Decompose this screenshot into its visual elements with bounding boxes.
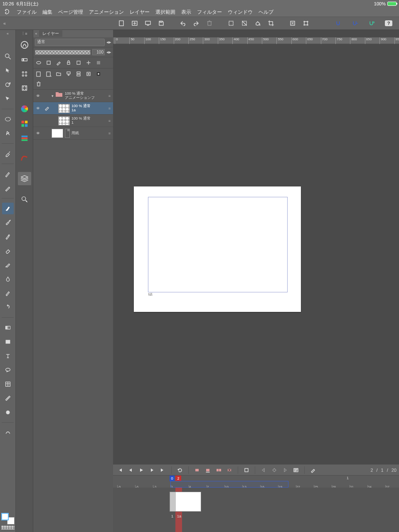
layer-tab[interactable]: レイヤー xyxy=(39,30,62,37)
color-wheel-icon[interactable] xyxy=(18,102,31,115)
tool-property-icon[interactable] xyxy=(18,152,31,164)
merge-down-icon[interactable] xyxy=(75,70,82,78)
playhead-marker[interactable]: 2 xyxy=(175,476,181,481)
snap-ruler-button[interactable] xyxy=(349,18,362,28)
timeline-settings-button[interactable] xyxy=(309,466,317,474)
opacity-slider[interactable] xyxy=(35,50,91,55)
fg-color-swatch[interactable] xyxy=(1,513,9,520)
cel-thumb[interactable] xyxy=(170,492,201,512)
decoration-tool[interactable] xyxy=(2,231,14,243)
next-frame-button[interactable] xyxy=(148,466,156,474)
new-folder-icon[interactable] xyxy=(55,70,62,78)
rotate-tool[interactable] xyxy=(2,79,14,91)
zoom-tool[interactable] xyxy=(2,51,14,62)
transform-button[interactable] xyxy=(301,18,311,28)
liquify-tool[interactable] xyxy=(2,273,14,285)
counter-3[interactable]: 20 xyxy=(392,468,397,473)
new-file-button[interactable] xyxy=(116,18,126,28)
create-mask-icon[interactable] xyxy=(85,70,92,78)
counter-2[interactable]: 1 xyxy=(381,468,384,473)
edit-pen-icon[interactable] xyxy=(42,105,52,112)
draft-layer-icon[interactable] xyxy=(55,59,62,66)
scale-button[interactable] xyxy=(288,18,298,28)
menu-page[interactable]: ページ管理 xyxy=(58,9,83,16)
color-history-icon[interactable] xyxy=(18,132,31,144)
select-all-button[interactable] xyxy=(226,18,236,28)
eraser-tool[interactable] xyxy=(2,245,14,257)
new-vector-layer-icon[interactable] xyxy=(45,70,52,78)
timeline-edit-button[interactable] xyxy=(292,466,300,474)
correct-line-tool[interactable] xyxy=(2,427,14,439)
menu-animation[interactable]: アニメーション xyxy=(89,9,124,16)
apply-mask-icon[interactable] xyxy=(95,70,102,78)
clip-mask-icon[interactable] xyxy=(35,59,42,66)
subtool-1[interactable] xyxy=(18,54,31,66)
fill-button[interactable] xyxy=(253,18,263,28)
transfer-down-icon[interactable] xyxy=(65,70,72,78)
loop-button[interactable] xyxy=(176,466,184,474)
balloon-tool[interactable] xyxy=(2,364,14,376)
keyframe-add-button[interactable] xyxy=(270,466,278,474)
menu-file[interactable]: ファイル xyxy=(17,9,37,16)
marquee-tool[interactable] xyxy=(2,113,14,125)
set-ref-icon[interactable] xyxy=(85,59,92,66)
material-icon[interactable] xyxy=(18,194,31,205)
canvas-area[interactable]: 0501001502002503003504004505005506006507… xyxy=(113,30,399,532)
crop-button[interactable] xyxy=(266,18,276,28)
layer-color-icon[interactable] xyxy=(95,59,102,66)
new-cel-button[interactable] xyxy=(193,466,201,474)
reference-layer-icon[interactable] xyxy=(45,59,52,66)
airbrush-tool[interactable] xyxy=(2,217,14,228)
layer-palette-icon[interactable] xyxy=(18,172,31,185)
delete-cel-button[interactable] xyxy=(225,466,234,474)
play-button[interactable] xyxy=(137,466,145,474)
auto-select-tool[interactable] xyxy=(2,127,14,139)
cel-batch-button[interactable] xyxy=(214,466,223,474)
snap-button[interactable] xyxy=(332,18,345,28)
subtool-3[interactable] xyxy=(18,82,31,94)
eyedropper-tool[interactable] xyxy=(2,148,14,159)
layer-menu-icon[interactable]: ≡ xyxy=(106,119,113,123)
timeline-ruler[interactable]: 0 2 1 -9-6-314710131619222528313437 xyxy=(113,475,399,488)
keyframe-next-button[interactable] xyxy=(281,466,289,474)
gradient-tool[interactable] xyxy=(2,322,14,333)
lock-alpha-icon[interactable] xyxy=(75,59,82,66)
subtool-2[interactable] xyxy=(18,68,31,80)
dot-pen-tool[interactable] xyxy=(2,287,14,299)
operation-tool[interactable] xyxy=(2,93,14,105)
start-marker[interactable]: 0 xyxy=(170,476,175,481)
layer-menu-icon[interactable]: ≡ xyxy=(106,94,113,98)
layer-menu-icon[interactable]: ≡ xyxy=(106,131,113,135)
counter-1[interactable]: 2 xyxy=(370,468,373,473)
brush-tool[interactable] xyxy=(2,203,14,214)
menu-window[interactable]: ウィンドウ xyxy=(228,9,253,16)
ruler-tool[interactable] xyxy=(2,392,14,404)
menu-edit[interactable]: 編集 xyxy=(42,9,52,16)
timeline-track[interactable]: 1 1a xyxy=(113,488,399,532)
save-button[interactable] xyxy=(156,18,166,28)
deselect-button[interactable] xyxy=(239,18,249,28)
go-start-button[interactable] xyxy=(116,466,124,474)
quick-access-icon[interactable] xyxy=(18,38,31,51)
fill-tool[interactable] xyxy=(2,302,14,313)
visibility-icon[interactable]: 👁 xyxy=(33,94,42,98)
collapse-left-icon[interactable]: « xyxy=(0,21,9,26)
screen-button[interactable] xyxy=(143,18,153,28)
new-canvas-button[interactable] xyxy=(130,18,140,28)
help-button[interactable]: ? xyxy=(382,18,395,28)
redo-button[interactable] xyxy=(191,18,201,28)
figure-tool[interactable] xyxy=(2,336,14,348)
go-end-button[interactable] xyxy=(159,466,167,474)
blend-mode-select[interactable]: 通常 xyxy=(35,39,105,46)
menu-layer[interactable]: レイヤー xyxy=(130,9,150,16)
menu-filter[interactable]: フィルター xyxy=(197,9,222,16)
frame-tool[interactable] xyxy=(2,378,14,390)
menu-view[interactable]: 表示 xyxy=(181,9,191,16)
panel-collapse-icon[interactable]: « xyxy=(33,32,39,36)
snap-special-button[interactable] xyxy=(366,18,378,28)
transparent-swatch[interactable] xyxy=(1,525,15,530)
color-swatches[interactable] xyxy=(1,513,15,530)
new-raster-layer-icon[interactable] xyxy=(35,70,42,78)
layer-row-paper[interactable]: 👁 用紙 ≡ xyxy=(33,127,113,140)
visibility-icon[interactable]: 👁 xyxy=(33,106,42,110)
